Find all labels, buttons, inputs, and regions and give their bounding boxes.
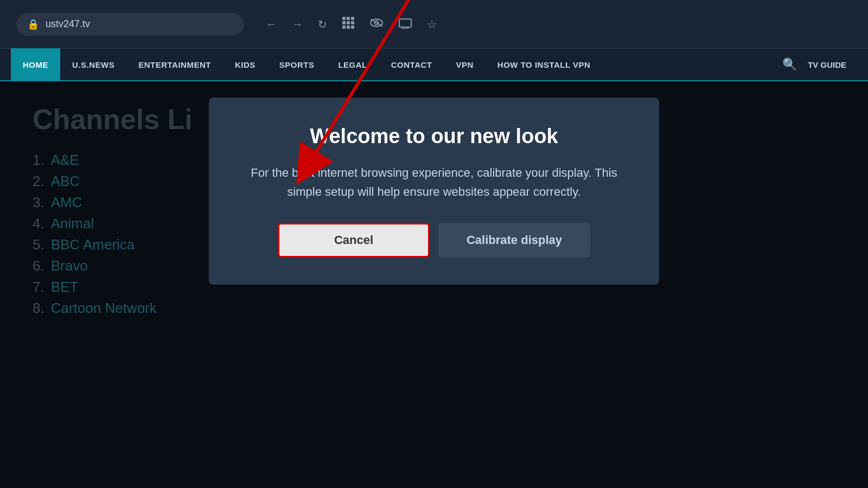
main-content: Channels Li 1. A&E 2. ABC 3. AMC 4. Anim… <box>0 81 868 488</box>
svg-rect-4 <box>347 21 350 24</box>
star-icon[interactable]: ☆ <box>427 18 437 31</box>
browser-bar: 🔒 ustv247.tv ← → ↻ <box>0 0 868 49</box>
tv-icon[interactable] <box>399 17 412 31</box>
svg-rect-8 <box>351 25 354 29</box>
svg-rect-5 <box>351 21 354 24</box>
lock-icon: 🔒 <box>27 18 39 30</box>
nav-item-legal[interactable]: LEGAL <box>326 48 379 81</box>
svg-rect-0 <box>342 17 346 20</box>
modal-buttons: Cancel Calibrate display <box>241 223 627 258</box>
url-text: ustv247.tv <box>46 18 90 30</box>
nav-item-home[interactable]: HOME <box>11 48 60 81</box>
url-bar[interactable]: 🔒 ustv247.tv <box>16 13 244 36</box>
nav-item-vpn[interactable]: VPN <box>444 48 486 81</box>
nav-item-kids[interactable]: KIDS <box>223 48 267 81</box>
back-icon[interactable]: ← <box>266 18 277 30</box>
search-icon[interactable]: 🔍 <box>771 57 808 72</box>
nav-item-usnews[interactable]: U.S.NEWS <box>60 48 126 81</box>
modal-title: Welcome to our new look <box>241 125 627 148</box>
svg-rect-6 <box>342 25 346 29</box>
modal-overlay: Welcome to our new look For the best int… <box>0 81 868 488</box>
refresh-icon[interactable]: ↻ <box>318 18 327 31</box>
svg-rect-1 <box>347 17 350 20</box>
nav-item-how-to-install-vpn[interactable]: HOW TO INSTALL VPN <box>486 48 603 81</box>
nav-item-contact[interactable]: CONTACT <box>379 48 444 81</box>
svg-rect-12 <box>399 19 411 27</box>
browser-icons: ← → ↻ ☆ <box>266 17 437 31</box>
svg-rect-2 <box>351 17 354 20</box>
modal-body: For the best internet browsing experienc… <box>241 163 627 201</box>
modal-dialog: Welcome to our new look For the best int… <box>209 98 659 285</box>
nav-bar: HOME U.S.NEWS ENTERTAINMENT KIDS SPORTS … <box>0 49 868 81</box>
eye-strikethrough-icon[interactable] <box>369 18 384 30</box>
tv-guide-label[interactable]: TV GUIDE <box>808 60 857 69</box>
svg-rect-7 <box>347 25 350 29</box>
nav-item-entertainment[interactable]: ENTERTAINMENT <box>126 48 223 81</box>
svg-rect-3 <box>342 21 346 24</box>
cancel-button[interactable]: Cancel <box>278 223 430 258</box>
grid-icon[interactable] <box>342 17 354 31</box>
nav-item-sports[interactable]: SPORTS <box>267 48 327 81</box>
calibrate-button[interactable]: Calibrate display <box>438 223 590 258</box>
forward-icon[interactable]: → <box>292 18 303 30</box>
